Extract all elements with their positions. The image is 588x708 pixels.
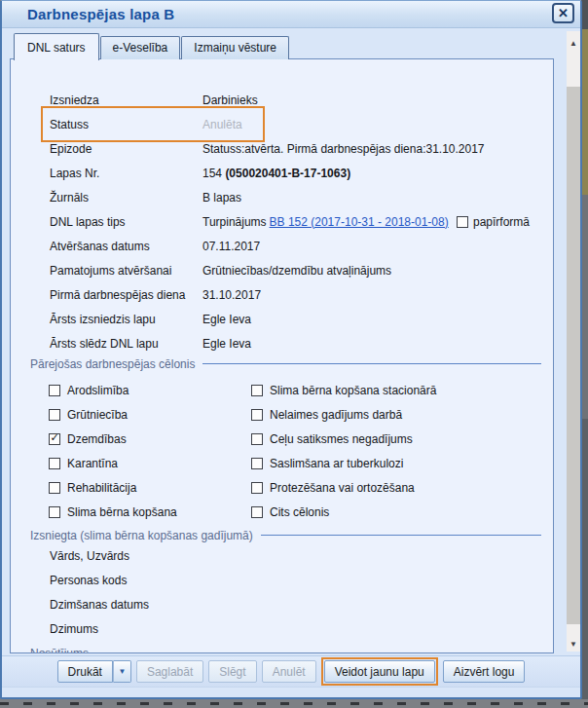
field-value: 154 (050020401-B-17-1063) bbox=[202, 167, 350, 180]
checkbox-karantina[interactable] bbox=[49, 458, 60, 469]
checkbox-row: Slima bērna kopšana Cits cēlonis bbox=[11, 500, 553, 524]
cause-option: Saslimšana ar tuberkulozi bbox=[251, 457, 403, 470]
field-value: 31.10.2017 bbox=[202, 288, 261, 302]
field-label: Ārsts slēdz DNL lapu bbox=[50, 337, 202, 351]
field-value-status: Anulēta bbox=[202, 118, 242, 131]
dnl-form: Izsniedza Darbinieks Statuss Anulēta Epi… bbox=[11, 59, 553, 355]
checkbox-row: Grūtniecība Nelaimes gadījums darbā bbox=[11, 402, 553, 427]
issued-row-dzimsanas-datums: Dzimšanas datums bbox=[11, 592, 553, 616]
dialog-titlebar: Darbnespējas lapa B ✕ bbox=[2, 1, 580, 28]
form-row-zurnals: Žurnāls B lapas bbox=[11, 185, 553, 209]
checkbox-grutnieciba[interactable] bbox=[49, 409, 60, 421]
scroll-down-button[interactable]: ▼ bbox=[567, 638, 580, 650]
field-label: DNL lapas tips bbox=[50, 215, 202, 229]
background-page-right-strip bbox=[581, 0, 588, 708]
section-title: Izsniegta (slima bērna kopšanas gadījumā… bbox=[30, 529, 253, 542]
scrollbar-thumb[interactable] bbox=[567, 87, 580, 624]
form-row-epizode: Epizode Statuss:atvērta. Pirmā darbnespē… bbox=[11, 136, 553, 161]
field-value: Darbinieks bbox=[202, 93, 258, 107]
field-value: 07.11.2017 bbox=[202, 240, 260, 253]
field-value: B lapas bbox=[202, 191, 241, 205]
cause-option: Ceļu satiksmes negadījums bbox=[251, 432, 413, 446]
checkbox-row: Karantīna Saslimšana ar tuberkulozi bbox=[11, 451, 553, 475]
field-value: Egle Ieva bbox=[202, 337, 251, 351]
cause-option: Arodslimība bbox=[49, 384, 251, 397]
section-divider-line bbox=[96, 652, 541, 653]
tab-e-veseliba[interactable]: e-Veselība bbox=[100, 36, 181, 59]
checkbox-cits-celonis[interactable] bbox=[251, 506, 263, 518]
checkbox-label: Rehabilitācija bbox=[67, 481, 136, 495]
form-row-arsts-izsniedzis: Ārsts izsniedzis lapu Egle Ieva bbox=[11, 307, 553, 331]
close-button[interactable]: ✕ bbox=[552, 3, 574, 23]
checkbox-nelaimes-gadijums-darba[interactable] bbox=[251, 409, 263, 421]
scroll-up-icon: ▲ bbox=[570, 39, 577, 48]
checkbox-label: papīrformā bbox=[473, 215, 530, 229]
checkbox-rehabilitacija[interactable] bbox=[49, 482, 60, 494]
continuation-sheet-link[interactable]: BB 152 (2017-10-31 - 2018-01-08) bbox=[270, 215, 449, 229]
checkbox-label: Cits cēlonis bbox=[270, 505, 329, 519]
sheet-number: 154 bbox=[202, 167, 222, 180]
create-new-sheet-button[interactable]: Veidot jaunu lapu bbox=[324, 660, 435, 683]
section-title: Pārejošas darbnespējas cēlonis bbox=[30, 357, 195, 371]
section-issued-header: Izsniegta (slima bērna kopšanas gadījumā… bbox=[11, 527, 553, 543]
checkbox-row: Rehabilitācija Protezēšana vai ortozēšan… bbox=[11, 475, 553, 500]
field-label: Pirmā darbnespējas diena bbox=[50, 288, 202, 302]
cause-checkbox-grid: Arodslimība Slima bērna kopšana stacionā… bbox=[11, 378, 553, 524]
sheet-type: Turpinājums bbox=[202, 215, 267, 229]
dialog-darbnespejas-lapa: Darbnespējas lapa B ✕ DNL saturs e-Vesel… bbox=[0, 0, 582, 699]
field-label: Atvēršanas datums bbox=[50, 240, 202, 253]
checkbox-saslimsana-ar-tuberkulozi[interactable] bbox=[251, 458, 263, 469]
field-value: Grūtniecības/dzemdību atvaļinājums bbox=[202, 264, 391, 278]
checkbox-label: Karantīna bbox=[67, 457, 118, 470]
checkbox-label: Saslimšana ar tuberkulozi bbox=[270, 457, 403, 470]
tab-izmainu-vesture[interactable]: Izmaiņu vēsture bbox=[181, 36, 289, 59]
field-label: Lapas Nr. bbox=[50, 167, 202, 180]
checkbox-arodslimiba[interactable] bbox=[49, 385, 60, 396]
field-value: TurpinājumsBB 152 (2017-10-31 - 2018-01-… bbox=[202, 215, 449, 229]
checkbox-dzemdibas[interactable]: ✓ bbox=[49, 433, 60, 445]
section-title: Nosūtījums bbox=[30, 647, 89, 654]
checkbox-slima-berna-kopsana[interactable] bbox=[49, 506, 60, 518]
field-label: Izsniedza bbox=[50, 93, 202, 107]
cause-option: ✓ Dzemdības bbox=[49, 432, 251, 446]
field-value: Statuss:atvērta. Pirmā darbnespējas dien… bbox=[202, 142, 485, 156]
annul-button[interactable]: Anulēt bbox=[262, 660, 316, 683]
checkbox-label: Nelaimes gadījums darbā bbox=[270, 408, 402, 422]
cause-option: Slima bērna kopšana stacionārā bbox=[251, 384, 436, 397]
checkbox-label: Arodslimība bbox=[67, 384, 129, 397]
close-sheet-button[interactable]: Slēgt bbox=[208, 660, 256, 683]
cause-option: Karantīna bbox=[49, 457, 251, 470]
cause-option: Cits cēlonis bbox=[251, 505, 329, 519]
close-icon: ✕ bbox=[558, 6, 569, 20]
field-value: Egle Ieva bbox=[202, 313, 251, 326]
checkbox-row: Arodslimība Slima bērna kopšana stacionā… bbox=[11, 378, 553, 402]
form-row-pirma-diena: Pirmā darbnespējas diena 31.10.2017 bbox=[11, 282, 553, 307]
checkbox-label: Dzemdības bbox=[67, 432, 127, 446]
field-label: Vārds, Uzvārds bbox=[50, 549, 129, 563]
save-button[interactable]: Saglabāt bbox=[136, 660, 203, 683]
checkbox-slima-berna-kopsana-stacionara[interactable] bbox=[251, 385, 263, 396]
close-window-button[interactable]: Aizvērt logu bbox=[443, 660, 526, 683]
print-button[interactable]: Drukāt bbox=[57, 660, 113, 683]
checkbox-celu-satiksmes-negadijums[interactable] bbox=[251, 433, 263, 445]
cause-option: Slima bērna kopšana bbox=[49, 505, 251, 519]
checkmark-icon: ✓ bbox=[50, 432, 58, 443]
checkbox-label: Grūtniecība bbox=[67, 408, 128, 422]
paper-form-group: papīrformā bbox=[457, 215, 530, 229]
checkbox-row: ✓ Dzemdības Ceļu satiksmes negadījums bbox=[11, 427, 553, 451]
section-cause-header: Pārejošas darbnespējas cēlonis bbox=[11, 355, 553, 372]
tab-dnl-saturs[interactable]: DNL saturs bbox=[14, 33, 99, 60]
field-label: Epizode bbox=[50, 142, 202, 156]
issued-row-personas-kods: Personas kods bbox=[11, 568, 553, 592]
sheet-number-code: (050020401-B-17-1063) bbox=[225, 167, 350, 180]
dialog-title: Darbnespējas lapa B bbox=[27, 6, 174, 22]
background-page-bottom-strip bbox=[0, 699, 588, 708]
print-options-button[interactable]: ▼ bbox=[113, 660, 131, 683]
checkbox-protezesana-vai-ortozesana[interactable] bbox=[251, 482, 263, 494]
field-label: Dzimšanas datums bbox=[50, 598, 149, 612]
form-row-dnl-lapas-tips: DNL lapas tips TurpinājumsBB 152 (2017-1… bbox=[11, 209, 553, 234]
checkbox-papirforma[interactable] bbox=[457, 216, 468, 228]
scroll-up-button[interactable]: ▲ bbox=[567, 36, 580, 50]
cause-option: Rehabilitācija bbox=[49, 481, 251, 495]
print-split-button: Drukāt ▼ bbox=[57, 660, 131, 683]
